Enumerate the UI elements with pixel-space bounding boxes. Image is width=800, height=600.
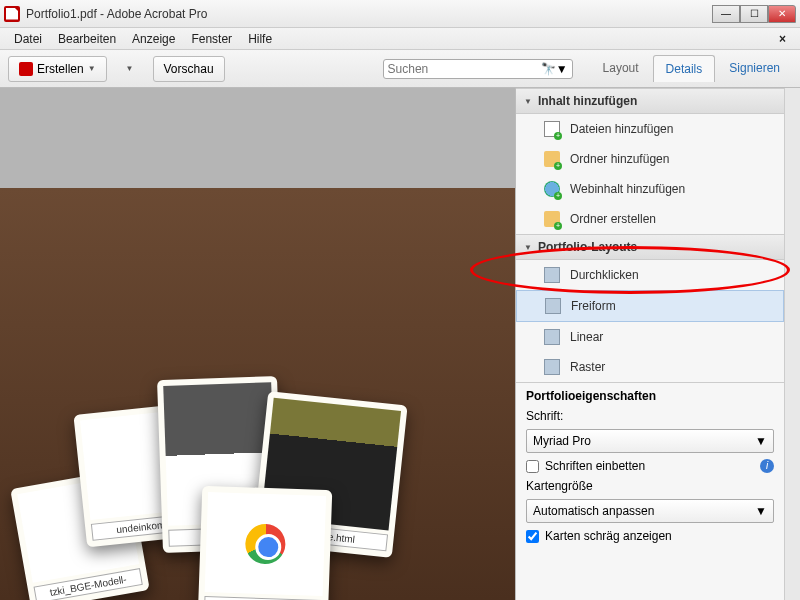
portfolio-canvas[interactable]: tzki_BGE-Modell- undeinkommen Clip- Webs…	[0, 88, 515, 600]
portfolio-properties: Portfolioeigenschaften Schrift: Myriad P…	[516, 382, 784, 555]
new-folder-item[interactable]: +Ordner erstellen	[516, 204, 784, 234]
app-icon	[4, 6, 20, 22]
window-title: Portfolio1.pdf - Adobe Acrobat Pro	[26, 7, 712, 21]
portfolio-card[interactable]: Film.html	[198, 486, 333, 600]
properties-header: Portfolioeigenschaften	[526, 389, 774, 403]
side-panel: ▼ Inhalt hinzufügen +Dateien hinzufügen …	[515, 88, 800, 600]
layout-durchklicken[interactable]: Durchklicken	[516, 260, 784, 290]
tilt-label: Karten schräg anzeigen	[545, 529, 672, 543]
embed-fonts-label: Schriften einbetten	[545, 459, 645, 473]
section-add-content[interactable]: ▼ Inhalt hinzufügen	[516, 88, 784, 114]
embed-fonts-checkbox[interactable]	[526, 460, 539, 473]
search-input[interactable]: 🔭 ▼	[383, 59, 573, 79]
font-select[interactable]: Myriad Pro ▼	[526, 429, 774, 453]
menubar: Datei Bearbeiten Anzeige Fenster Hilfe ×	[0, 28, 800, 50]
scrollbar[interactable]	[784, 88, 800, 600]
create-button[interactable]: Erstellen ▼	[8, 56, 107, 82]
tab-details[interactable]: Details	[653, 55, 716, 82]
triangle-down-icon: ▼	[524, 243, 532, 252]
menu-datei[interactable]: Datei	[6, 29, 50, 49]
menubar-close-icon[interactable]: ×	[771, 29, 794, 49]
layout-linear[interactable]: Linear	[516, 322, 784, 352]
add-files-item[interactable]: +Dateien hinzufügen	[516, 114, 784, 144]
chrome-icon	[245, 523, 286, 564]
tab-signieren[interactable]: Signieren	[717, 55, 792, 82]
binoculars-icon[interactable]: 🔭	[541, 62, 556, 76]
layout-freiform[interactable]: Freiform	[516, 290, 784, 322]
menu-anzeige[interactable]: Anzeige	[124, 29, 183, 49]
minimize-button[interactable]: —	[712, 5, 740, 23]
font-label: Schrift:	[526, 409, 563, 423]
close-button[interactable]: ✕	[768, 5, 796, 23]
triangle-down-icon: ▼	[524, 97, 532, 106]
chevron-down-icon: ▼	[755, 434, 767, 448]
menu-bearbeiten[interactable]: Bearbeiten	[50, 29, 124, 49]
chevron-down-icon[interactable]: ▼	[556, 62, 568, 76]
menu-hilfe[interactable]: Hilfe	[240, 29, 280, 49]
card-size-select[interactable]: Automatisch anpassen ▼	[526, 499, 774, 523]
toolbar-dropdown[interactable]: ▼	[115, 58, 145, 79]
tab-layout[interactable]: Layout	[591, 55, 651, 82]
toolbar: Erstellen ▼ ▼ Vorschau 🔭 ▼ Layout Detail…	[0, 50, 800, 88]
layout-icon	[544, 329, 560, 345]
section-portfolio-layouts[interactable]: ▼ Portfolio-Layouts	[516, 234, 784, 260]
chevron-down-icon: ▼	[755, 504, 767, 518]
chevron-down-icon: ▼	[88, 64, 96, 73]
layout-icon	[544, 267, 560, 283]
card-size-label: Kartengröße	[526, 479, 593, 493]
layout-icon	[544, 359, 560, 375]
maximize-button[interactable]: ☐	[740, 5, 768, 23]
search-field[interactable]	[388, 62, 541, 76]
add-folder-item[interactable]: +Ordner hinzufügen	[516, 144, 784, 174]
add-web-item[interactable]: +Webinhalt hinzufügen	[516, 174, 784, 204]
pdf-icon	[19, 62, 33, 76]
card-thumbnail	[205, 492, 326, 596]
layout-icon	[545, 298, 561, 314]
menu-fenster[interactable]: Fenster	[183, 29, 240, 49]
preview-button[interactable]: Vorschau	[153, 56, 225, 82]
layout-raster[interactable]: Raster	[516, 352, 784, 382]
tilt-checkbox[interactable]	[526, 530, 539, 543]
card-label: Film.html	[204, 596, 323, 600]
window-titlebar: Portfolio1.pdf - Adobe Acrobat Pro — ☐ ✕	[0, 0, 800, 28]
info-icon[interactable]: i	[760, 459, 774, 473]
